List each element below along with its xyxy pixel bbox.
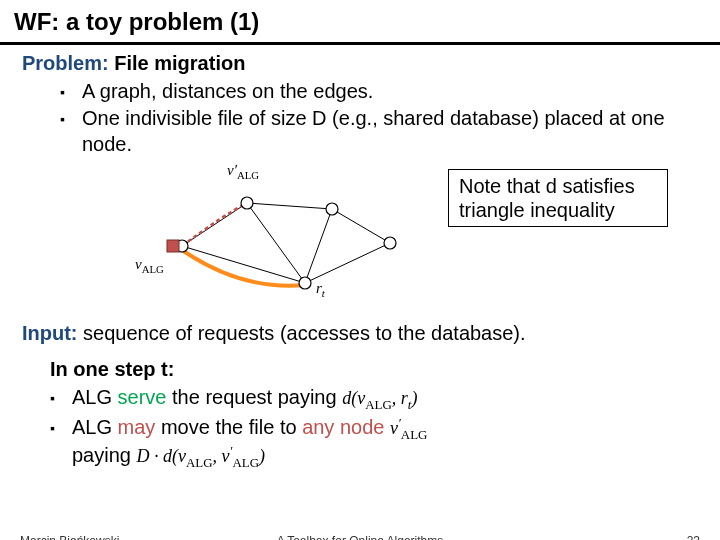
label-v-alg-prime: v′ALG: [227, 161, 259, 183]
list-item: A graph, distances on the edges.: [60, 79, 698, 105]
svg-point-10: [384, 237, 396, 249]
math-d-valg-rt: d(vALG, rt): [342, 388, 417, 408]
note-line-1: Note that d satisfies: [459, 174, 657, 198]
svg-line-2: [332, 209, 390, 243]
svg-rect-12: [167, 240, 179, 252]
problem-label: Problem:: [22, 52, 109, 74]
svg-point-11: [299, 277, 311, 289]
list-item: One indivisible file of size D (e.g., sh…: [60, 106, 698, 157]
problem-name: File migration: [114, 52, 245, 74]
slide-title: WF: a toy problem (1): [0, 0, 720, 45]
svg-line-1: [247, 203, 332, 209]
step-block: In one step t: ALG serve the request pay…: [22, 357, 698, 471]
svg-point-9: [326, 203, 338, 215]
svg-point-8: [241, 197, 253, 209]
note-box: Note that d satisfies triangle inequalit…: [448, 169, 668, 227]
any-node-word: any node: [302, 416, 384, 438]
label-v-alg: vALG: [135, 255, 164, 277]
footer-page-number: 23: [687, 534, 700, 540]
math-vprime-alg: v′ALG: [390, 418, 427, 438]
serve-word: serve: [118, 386, 167, 408]
problem-bullets: A graph, distances on the edges. One ind…: [22, 79, 698, 158]
problem-line: Problem: File migration: [22, 51, 698, 77]
input-line: Input: sequence of requests (accesses to…: [22, 321, 698, 347]
input-text: sequence of requests (accesses to the da…: [83, 322, 526, 344]
svg-line-5: [247, 203, 305, 283]
slide: WF: a toy problem (1) Problem: File migr…: [0, 0, 720, 540]
slide-body: Problem: File migration A graph, distanc…: [0, 45, 720, 471]
may-word: may: [118, 416, 156, 438]
math-D-d: D · d(vALG, v′ALG): [137, 446, 266, 466]
note-line-2: triangle inequality: [459, 198, 657, 222]
footer-title: A Toolbox for Online Algorithms: [0, 534, 720, 540]
input-label: Input:: [22, 322, 78, 344]
step-title: In one step t:: [50, 357, 698, 383]
diagram-area: v′ALG vALG rt Note that d satisfies tria…: [22, 165, 698, 315]
graph-diagram: [132, 171, 432, 311]
list-item: ALG may move the file to any node v′ALG …: [50, 415, 698, 471]
label-rt: rt: [316, 279, 325, 301]
list-item: ALG serve the request paying d(vALG, rt): [50, 385, 698, 413]
